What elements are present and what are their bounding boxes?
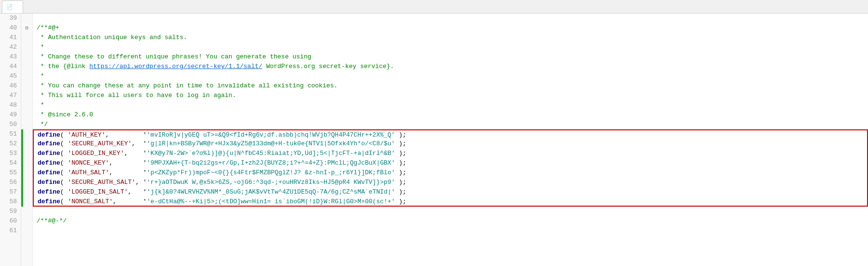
line-number: 56 bbox=[4, 178, 17, 187]
gutter-cell bbox=[21, 120, 32, 129]
gutter-cell bbox=[21, 110, 32, 120]
fold-button[interactable]: ⊟ bbox=[25, 26, 28, 31]
gutter-cell bbox=[21, 42, 32, 52]
constant-name: 'SECURE_AUTH_KEY' bbox=[68, 140, 132, 147]
line-number: 55 bbox=[4, 168, 17, 178]
line-number: 54 bbox=[4, 158, 17, 168]
constant-name: 'LOGGED_IN_SALT' bbox=[68, 188, 128, 196]
comment-line: * Authentication unique keys and salts. bbox=[37, 34, 187, 41]
gutter-cell bbox=[21, 52, 32, 62]
code-line[interactable]: * Authentication unique keys and salts. bbox=[33, 33, 868, 42]
gutter-cell bbox=[21, 197, 32, 207]
code-line[interactable]: * bbox=[33, 71, 868, 81]
comment-line: * the {@link https://api.wordpress.org/s… bbox=[37, 63, 394, 70]
code-line[interactable]: * You can change these at any point in t… bbox=[33, 81, 868, 91]
code-line[interactable]: define( 'NONCE_KEY', ''9MPJXAH+{T-bq2i2g… bbox=[33, 158, 868, 168]
code-line[interactable]: define( 'AUTH_KEY', ''mvIRoR]v|yGEQ uT>=… bbox=[33, 129, 868, 139]
comment-line: * bbox=[37, 72, 44, 80]
code-line[interactable]: define( 'SECURE_AUTH_SALT', ''r+}aOTDwuK… bbox=[33, 178, 868, 187]
change-marker bbox=[21, 158, 23, 168]
code-line[interactable] bbox=[33, 14, 868, 23]
line-number: 47 bbox=[4, 91, 17, 100]
comment-line: * @since 2.6.0 bbox=[37, 111, 93, 118]
define-keyword: define bbox=[38, 159, 60, 167]
gutter-cell bbox=[21, 187, 32, 197]
constant-value: 'KX@y7N-2W>`e?o%l)]@){u|N^fbC45:Riaiat;Y… bbox=[147, 150, 395, 157]
line-number: 43 bbox=[4, 52, 17, 62]
constant-value: 'j{k]&0?4WLRVHZV%NM*_0SuG;jAK$vVtTw^4ZU1… bbox=[147, 188, 395, 196]
doc-link[interactable]: https://api.wordpress.org/secret-key/1.1… bbox=[89, 63, 262, 70]
comment-line: * bbox=[37, 43, 44, 51]
constant-value: 'e-dCtHa@%--+Ki|5>;(<tDO]ww=Hin1= is`ibo… bbox=[147, 198, 395, 205]
comment-line: /**#@+ bbox=[37, 24, 59, 31]
gutter-cell bbox=[21, 91, 32, 100]
gutter-cell bbox=[21, 71, 32, 81]
code-line[interactable]: * @since 2.6.0 bbox=[33, 110, 868, 120]
gutter-cell bbox=[21, 168, 32, 178]
change-marker bbox=[21, 178, 23, 187]
code-line[interactable]: define( 'NONCE_SALT', ''e-dCtHa@%--+Ki|5… bbox=[33, 197, 868, 207]
file-tab[interactable]: 📄 bbox=[2, 0, 23, 13]
gutter-cell bbox=[21, 62, 32, 71]
code-line[interactable]: define( 'LOGGED_IN_SALT', ''j{k]&0?4WLRV… bbox=[33, 187, 868, 197]
define-keyword: define bbox=[38, 188, 60, 196]
code-line[interactable]: * bbox=[33, 42, 868, 52]
gutter-cell bbox=[21, 207, 32, 216]
line-number: 61 bbox=[4, 226, 17, 236]
change-marker bbox=[21, 168, 23, 178]
code-line[interactable]: define( 'LOGGED_IN_KEY', ''KX@y7N-2W>`e?… bbox=[33, 149, 868, 158]
line-numbers: 3940414243444546474849505152535455565758… bbox=[0, 14, 21, 266]
constant-value: 'mvIRoR]v|yGEQ uT>=&Q9<fId+Rg6v;df.asbb)… bbox=[147, 131, 395, 139]
code-line[interactable]: */ bbox=[33, 120, 868, 129]
gutter-cell bbox=[21, 139, 32, 149]
file-icon: 📄 bbox=[6, 4, 13, 10]
constant-name: 'AUTH_SALT' bbox=[68, 169, 109, 176]
change-marker bbox=[21, 197, 23, 207]
line-number: 45 bbox=[4, 71, 17, 81]
gutter-cell: ⊟ bbox=[21, 23, 32, 33]
line-number: 42 bbox=[4, 42, 17, 52]
gutter-cell bbox=[21, 129, 32, 139]
code-line[interactable]: * This will force all users to have to l… bbox=[33, 91, 868, 100]
code-line[interactable]: define( 'SECURE_AUTH_KEY', ''g|lR|kn+BSB… bbox=[33, 139, 868, 149]
constant-value: '9MPJXAH+{T-bq2i2gs+r/Gp,I+zh2J{BUYZ8;i?… bbox=[147, 159, 395, 167]
gutter-cell bbox=[21, 178, 32, 187]
line-number: 49 bbox=[4, 110, 17, 120]
code-lines[interactable]: /**#@+ * Authentication unique keys and … bbox=[33, 14, 868, 266]
code-line[interactable]: * bbox=[33, 100, 868, 110]
constant-name: 'AUTH_KEY' bbox=[68, 131, 105, 139]
constant-name: 'NONCE_KEY' bbox=[68, 159, 109, 167]
define-keyword: define bbox=[38, 169, 60, 176]
change-marker bbox=[21, 129, 23, 139]
gutter-cell bbox=[21, 81, 32, 91]
gutter: ⊟ bbox=[21, 14, 33, 266]
code-line[interactable] bbox=[33, 207, 868, 216]
code-line[interactable]: * the {@link https://api.wordpress.org/s… bbox=[33, 62, 868, 71]
change-marker bbox=[21, 139, 23, 149]
constant-name: 'LOGGED_IN_KEY' bbox=[68, 150, 124, 157]
code-line[interactable] bbox=[33, 226, 868, 236]
code-line[interactable]: /**#@+ bbox=[33, 23, 868, 33]
gutter-cell bbox=[21, 100, 32, 110]
line-number: 50 bbox=[4, 120, 17, 129]
define-keyword: define bbox=[38, 131, 60, 139]
constant-name: 'SECURE_AUTH_SALT' bbox=[68, 179, 135, 186]
constant-name: 'NONCE_SALT' bbox=[68, 198, 113, 205]
line-number: 39 bbox=[4, 14, 17, 23]
editor-window: 📄 39404142434445464748495051525354555657… bbox=[0, 0, 868, 266]
comment-line: /**#@-*/ bbox=[37, 217, 67, 224]
line-number: 60 bbox=[4, 216, 17, 226]
line-number: 53 bbox=[4, 149, 17, 158]
comment-line: * bbox=[37, 101, 44, 109]
code-line[interactable]: define( 'AUTH_SALT', ''p<ZKZyp*Fr))mpoF~… bbox=[33, 168, 868, 178]
comment-line: */ bbox=[37, 121, 48, 128]
code-line[interactable]: * Change these to different unique phras… bbox=[33, 52, 868, 62]
line-number: 40 bbox=[4, 23, 17, 33]
gutter-cell bbox=[21, 14, 32, 23]
gutter-cell bbox=[21, 149, 32, 158]
constant-value: 'p<ZKZyp*Fr))mpoF~<0{}{s4Ftr$FMZBPQglZ!J… bbox=[147, 169, 395, 176]
constant-value: 'r+}aOTDwuK W,@x5k>6ZS,~ojG6:^3qd-;+ouHR… bbox=[147, 179, 395, 186]
define-keyword: define bbox=[38, 179, 60, 186]
comment-line: * You can change these at any point in t… bbox=[37, 82, 338, 89]
code-line[interactable]: /**#@-*/ bbox=[33, 216, 868, 226]
